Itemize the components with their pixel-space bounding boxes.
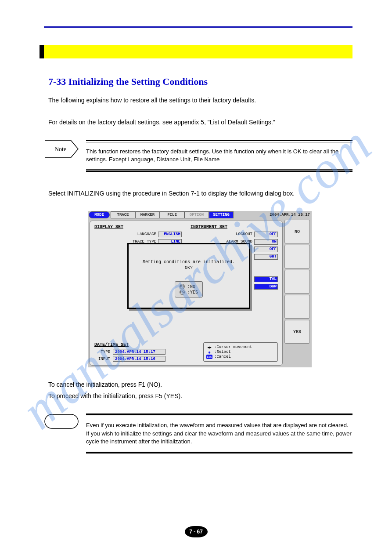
note-label: Note: [54, 146, 66, 152]
tab-trace[interactable]: TRACE: [111, 211, 135, 218]
dialog-message-line2: OK?: [185, 265, 193, 270]
datetime-section: DATE/TIME SET TYPE2004.APR.14 15:17 INPU…: [94, 342, 165, 362]
row-value[interactable]: ON: [254, 239, 278, 245]
note-bottom-rule: [86, 169, 352, 172]
tab-setting[interactable]: SETTING: [209, 211, 234, 218]
f1-key-icon: F1: [180, 284, 185, 289]
dt-input-label: INPUT: [94, 357, 110, 361]
tab-mode[interactable]: MODE: [89, 211, 110, 218]
row-value[interactable]: OFF: [254, 247, 278, 252]
softkey-3[interactable]: [284, 270, 310, 294]
dt-type-value[interactable]: 2004.APR.14 15:17: [113, 349, 165, 355]
section-header-marker: [40, 45, 44, 58]
main-panel: DISPLAY SET LANGUAGEENGLISH TRACE TYPELI…: [90, 221, 283, 366]
tab-option[interactable]: OPTION: [184, 211, 209, 218]
remarks-bottom-rule: [86, 451, 352, 453]
note-top-rule: [86, 140, 352, 142]
display-set-heading: DISPLAY SET: [94, 225, 182, 229]
confirm-dialog: Setting conditions are initialized. OK? …: [127, 243, 250, 309]
remarks-flag-icon: [44, 414, 79, 453]
dialog-message-line1: Setting conditions are initialized.: [143, 260, 235, 265]
note-flag-icon: Note: [44, 140, 79, 171]
remarks-text: Even if you execute initialization, the …: [86, 421, 352, 446]
softkey-panel: NO YES: [284, 219, 312, 367]
screenshot-figure: MODE TRACE MARKER FILE OPTION SETTING 20…: [88, 211, 352, 367]
top-rule: [44, 26, 352, 28]
hint-select: :Select: [214, 350, 231, 354]
dialog-no-label: :NO: [187, 284, 195, 289]
row-label: LANGUAGE: [94, 232, 158, 236]
tab-file[interactable]: FILE: [160, 211, 184, 218]
softkey-2[interactable]: [284, 245, 310, 268]
section-title: 7-33 Initializing the Setting Conditions: [44, 76, 352, 87]
softkey-4[interactable]: [284, 295, 310, 319]
para-before-figure: Select INITIALIZING using the procedure …: [48, 189, 352, 198]
f5-key-icon: F5: [180, 290, 185, 295]
after-fig-2: To proceed with the initialization, pres…: [48, 392, 352, 401]
arrow-keys-icon: ◀▶: [206, 345, 212, 349]
after-fig-1: To cancel the initialization, press F1 (…: [48, 381, 352, 389]
page: 7-33 Initializing the Setting Conditions…: [0, 0, 392, 555]
row-label: LOCKOUT: [191, 232, 254, 236]
row-value[interactable]: TAL: [254, 276, 278, 282]
tab-bar: MODE TRACE MARKER FILE OPTION SETTING 20…: [88, 211, 312, 219]
note-block: Note This function restores the factory …: [44, 140, 352, 171]
svg-rect-0: [45, 414, 78, 428]
hint-cancel: :Cancel: [214, 355, 231, 359]
yes-button[interactable]: YES: [284, 320, 310, 344]
dt-type-label: TYPE: [94, 350, 110, 354]
datetime-heading: DATE/TIME SET: [94, 342, 165, 347]
row-value[interactable]: GHT: [254, 254, 278, 260]
hint-cursor: :Cursor movement: [214, 345, 252, 349]
enter-key-icon: ◉: [206, 350, 212, 354]
dt-input-value[interactable]: 2004.APR.14 15:16: [113, 356, 165, 362]
dialog-yes-label: :YES: [187, 290, 198, 295]
dialog-button-box: F1:NO F5:YES: [175, 281, 203, 297]
row-value[interactable]: B&W: [254, 284, 278, 290]
remarks-block: Even if you execute initialization, the …: [44, 414, 352, 453]
section-header-bar: [44, 45, 352, 58]
note-text: This function restores the factory defau…: [86, 147, 352, 164]
hint-box: ◀▶:Cursor movement ◉:Select ESC:Cancel: [203, 342, 278, 362]
instrument-set-heading: INSTRUMENT SET: [191, 225, 278, 229]
intro-para-1: The following explains how to restore al…: [48, 96, 352, 105]
no-button[interactable]: NO: [284, 220, 310, 243]
row-value[interactable]: OFF: [254, 232, 278, 237]
remarks-top-rule: [86, 414, 352, 416]
row-value[interactable]: ENGLISH: [158, 232, 182, 237]
esc-key-icon: ESC: [206, 355, 212, 359]
screen-datetime: 2004.APR.14 15:17: [270, 213, 310, 217]
tab-marker[interactable]: MARKER: [135, 211, 160, 218]
device-screen: MODE TRACE MARKER FILE OPTION SETTING 20…: [88, 211, 312, 367]
intro-para-2: For details on the factory default setti…: [48, 118, 352, 127]
